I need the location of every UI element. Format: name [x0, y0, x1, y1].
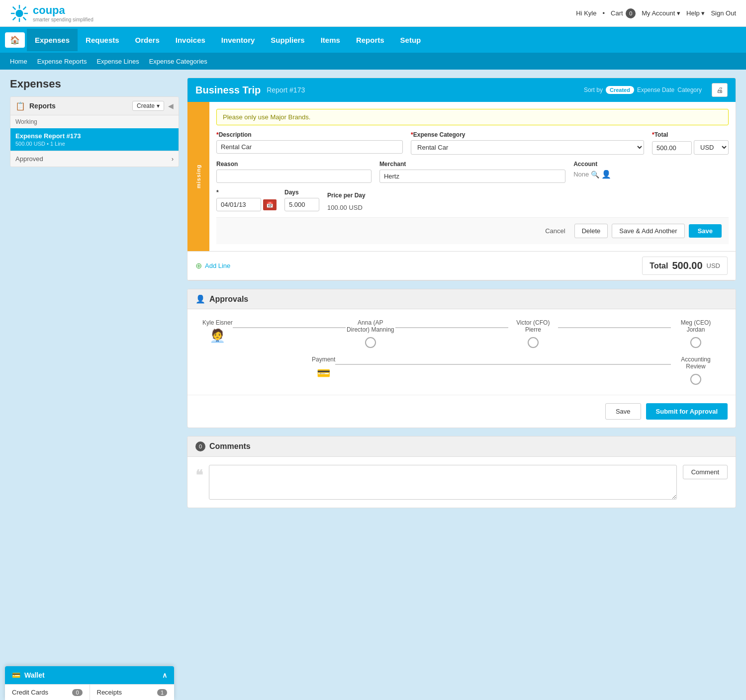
- approver-circle-meg: [690, 337, 701, 348]
- expense-category-group: *Expense Category Rental Car: [411, 131, 644, 155]
- date-input[interactable]: [216, 198, 261, 211]
- create-button[interactable]: Create ▾: [132, 101, 164, 111]
- approvals-save-button[interactable]: Save: [605, 403, 641, 420]
- sort-created-badge[interactable]: Created: [606, 86, 634, 94]
- home-button[interactable]: 🏠: [5, 32, 25, 48]
- nav-item-orders[interactable]: Orders: [127, 29, 168, 51]
- svg-line-7: [23, 6, 26, 9]
- add-line-button[interactable]: ⊕ Add Line: [195, 261, 230, 270]
- expense-report-item[interactable]: Expense Report #173 500.00 USD • 1 Line: [10, 128, 179, 151]
- approvals-body: Kyle Eisner 🧑‍💼 Anna (AP Director) Manni…: [187, 309, 736, 395]
- nav-item-setup[interactable]: Setup: [392, 29, 429, 51]
- save-button[interactable]: Save: [689, 224, 722, 238]
- price-per-day-group: Price per Day 100.00 USD: [327, 192, 366, 211]
- help-link[interactable]: Help ▾: [686, 9, 705, 17]
- sort-by-label: Sort by: [584, 87, 603, 93]
- date-label: *: [216, 189, 277, 196]
- approver-kyle: Kyle Eisner 🧑‍💼: [202, 319, 233, 344]
- page-title: Expenses: [10, 78, 179, 90]
- approver-name-accounting: Accounting Review: [671, 356, 721, 370]
- logo-name: coupa: [33, 4, 93, 17]
- expense-line: missing Please only use Major Brands. *D…: [187, 102, 736, 252]
- collapse-button[interactable]: ◀: [168, 102, 174, 110]
- description-input[interactable]: [216, 140, 403, 154]
- days-input[interactable]: [284, 198, 319, 211]
- account-search-icon[interactable]: 🔍: [591, 171, 599, 178]
- cancel-button[interactable]: Cancel: [540, 224, 570, 238]
- currency-select[interactable]: USD: [694, 140, 729, 155]
- sign-out-link[interactable]: Sign Out: [711, 9, 736, 17]
- total-bar-label: Total: [650, 262, 668, 270]
- approver-name-payment: Payment: [312, 356, 335, 363]
- cart-label: Cart: [611, 9, 623, 17]
- svg-line-8: [13, 17, 16, 20]
- nav-item-items[interactable]: Items: [313, 29, 348, 51]
- bt-report-num: Report #173: [267, 86, 305, 94]
- sub-nav: Home Expense Reports Expense Lines Expen…: [0, 53, 746, 70]
- connector-3: [558, 327, 671, 328]
- sort-controls: Sort by Created Expense Date Category: [584, 86, 702, 94]
- nav-item-inventory[interactable]: Inventory: [213, 29, 263, 51]
- page-content: Expenses 📋 Reports Create ▾ ◀ Working Ex…: [0, 70, 746, 516]
- report-meta: 500.00 USD • 1 Line: [15, 141, 174, 147]
- connector-2: [395, 327, 508, 328]
- submit-approval-button[interactable]: Submit for Approval: [646, 403, 728, 420]
- add-line-icon: ⊕: [195, 261, 202, 270]
- separator: •: [602, 9, 605, 17]
- total-display: Total 500.00 USD: [642, 257, 728, 275]
- sort-category[interactable]: Category: [677, 87, 702, 93]
- approver-person-icon: 🧑‍💼: [209, 328, 225, 344]
- connector-1: [233, 327, 346, 328]
- approvers-row1: Kyle Eisner 🧑‍💼 Anna (AP Director) Manni…: [202, 319, 721, 348]
- account-label: Account: [573, 161, 729, 168]
- approvals-icon: 👤: [195, 294, 205, 304]
- my-account-link[interactable]: My Account ▾: [642, 9, 680, 17]
- add-line-total-bar: ⊕ Add Line Total 500.00 USD: [187, 252, 736, 280]
- nav-item-requests[interactable]: Requests: [78, 29, 127, 51]
- expense-category-select[interactable]: Rental Car: [411, 140, 644, 155]
- nav-item-reports[interactable]: Reports: [348, 29, 392, 51]
- total-bar-value: 500.00: [672, 260, 702, 271]
- report-name: Expense Report #173: [15, 132, 174, 140]
- subnav-home[interactable]: Home: [10, 58, 27, 65]
- expense-form: Please only use Major Brands. *Descripti…: [209, 102, 736, 251]
- description-label: *Description: [216, 131, 403, 138]
- subnav-expense-reports[interactable]: Expense Reports: [37, 58, 87, 65]
- svg-point-0: [15, 9, 23, 17]
- comment-button[interactable]: Comment: [683, 465, 728, 479]
- account-person-icon[interactable]: 👤: [601, 170, 611, 179]
- total-input[interactable]: [652, 141, 692, 155]
- comments-count: 0: [195, 441, 205, 451]
- top-bar: coupa smarter spending simplified Hi Kyl…: [0, 0, 746, 27]
- approver-name-anna: Anna (AP Director) Manning: [346, 319, 395, 333]
- approvals-title: Approvals: [209, 295, 248, 304]
- approved-item[interactable]: Approved ›: [10, 151, 179, 167]
- cart-link[interactable]: Cart 0: [611, 8, 636, 18]
- nav-item-expenses[interactable]: Expenses: [27, 29, 78, 51]
- svg-line-5: [13, 6, 16, 9]
- expense-category-label: *Expense Category: [411, 131, 644, 138]
- print-button[interactable]: 🖨: [712, 83, 728, 97]
- nav-item-suppliers[interactable]: Suppliers: [263, 29, 312, 51]
- merchant-input[interactable]: [379, 170, 565, 183]
- nav-item-invoices[interactable]: Invoices: [168, 29, 213, 51]
- calendar-button[interactable]: 📅: [263, 199, 277, 210]
- svg-line-6: [23, 17, 26, 20]
- main-nav: 🏠 Expenses Requests Orders Invoices Inve…: [0, 27, 746, 53]
- comment-textarea[interactable]: [209, 465, 677, 500]
- subnav-expense-lines[interactable]: Expense Lines: [96, 58, 139, 65]
- form-row-3: * 📅 Days Price per Day 100.: [216, 189, 729, 211]
- delete-button[interactable]: Delete: [574, 224, 608, 238]
- coupa-logo-icon: [10, 4, 29, 23]
- logo-tagline: smarter spending simplified: [33, 17, 93, 22]
- subnav-expense-categories[interactable]: Expense Categories: [149, 58, 207, 65]
- days-label: Days: [284, 189, 319, 196]
- comments-header: 0 Comments: [187, 437, 736, 457]
- approver-name-victor: Victor (CFO) Pierre: [508, 319, 558, 333]
- save-add-another-button[interactable]: Save & Add Another: [612, 224, 684, 238]
- reason-input[interactable]: [216, 170, 372, 183]
- approver-name-meg: Meg (CEO) Jordan: [671, 319, 721, 333]
- sort-expense-date[interactable]: Expense Date: [637, 87, 674, 93]
- comments-body: ❝ Comment: [187, 457, 736, 508]
- approver-circle-victor: [528, 337, 539, 348]
